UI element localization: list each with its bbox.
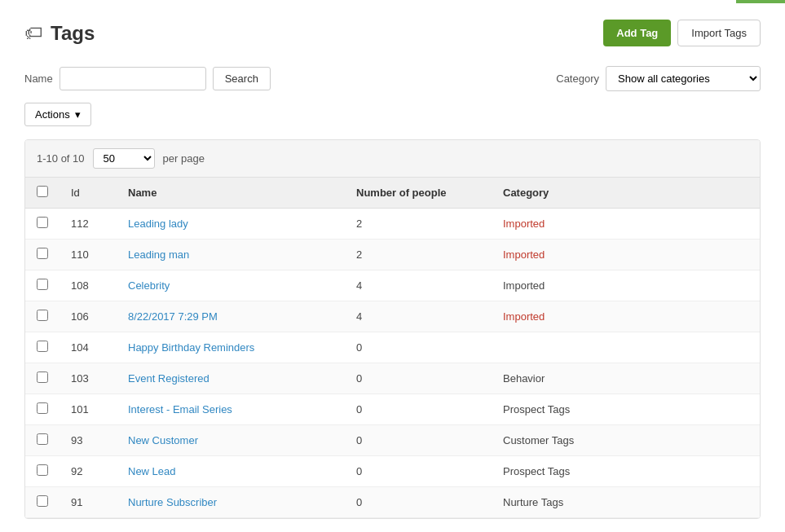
header-checkbox-col	[25, 178, 60, 209]
row-category: Imported	[492, 240, 760, 270]
table-row: 108Celebrity4Imported	[25, 270, 760, 301]
row-checkbox[interactable]	[37, 217, 48, 228]
per-page-label: per page	[163, 152, 205, 165]
row-checkbox[interactable]	[37, 464, 48, 476]
header-number-of-people: Number of people	[345, 178, 492, 209]
add-tag-button[interactable]: Add Tag	[603, 20, 671, 46]
row-id: 101	[60, 394, 117, 425]
pagination-row: 1-10 of 10 50 25 100 per page	[25, 140, 760, 178]
row-id: 104	[60, 332, 117, 363]
table-row: 104Happy Birthday Reminders0	[25, 332, 760, 363]
table-row: 112Leading lady2Imported	[25, 209, 760, 240]
pagination-info: 1-10 of 10	[37, 152, 85, 165]
row-checkbox[interactable]	[37, 495, 48, 507]
actions-row: Actions ▾	[24, 103, 761, 126]
header-id: Id	[60, 178, 117, 209]
page-title: Tags	[51, 22, 95, 45]
page-container: 🏷 Tags Add Tag Import Tags Name Search C…	[0, 3, 785, 532]
row-category: Nurture Tags	[492, 487, 760, 518]
import-tags-button[interactable]: Import Tags	[677, 20, 761, 46]
row-category: Imported	[492, 270, 760, 301]
row-people-count: 2	[345, 240, 492, 270]
row-id: 106	[60, 301, 117, 332]
row-people-count: 0	[345, 456, 492, 487]
table-row: 101Interest - Email Series0Prospect Tags	[25, 394, 760, 425]
row-category: Customer Tags	[492, 425, 760, 456]
row-id: 112	[60, 209, 117, 240]
row-people-count: 4	[345, 301, 492, 332]
row-checkbox[interactable]	[37, 341, 48, 352]
row-people-count: 0	[345, 487, 492, 518]
row-people-count: 4	[345, 270, 492, 301]
row-id: 91	[60, 487, 117, 518]
row-name-link[interactable]: Nurture Subscriber	[128, 496, 217, 508]
row-checkbox[interactable]	[37, 402, 48, 414]
row-category: Imported	[492, 209, 760, 240]
row-name-link[interactable]: Happy Birthday Reminders	[128, 341, 254, 354]
row-name-link[interactable]: Celebrity	[128, 279, 170, 292]
row-category: Prospect Tags	[492, 456, 760, 487]
header-name: Name	[117, 178, 345, 209]
row-category: Behavior	[492, 363, 760, 394]
row-name-link[interactable]: Leading lady	[128, 218, 188, 230]
row-id: 110	[60, 240, 117, 270]
table-row: 1068/22/2017 7:29 PM4Imported	[25, 301, 760, 332]
tag-icon: 🏷	[24, 23, 42, 44]
filter-row: Name Search Category Show all categories…	[24, 66, 761, 91]
row-id: 93	[60, 425, 117, 456]
row-people-count: 0	[345, 363, 492, 394]
row-people-count: 0	[345, 394, 492, 425]
name-label: Name	[24, 73, 53, 85]
per-page-select[interactable]: 50 25 100	[93, 148, 155, 169]
row-checkbox[interactable]	[37, 310, 48, 321]
category-label: Category	[556, 73, 599, 85]
row-people-count: 0	[345, 425, 492, 456]
row-id: 108	[60, 270, 117, 301]
row-checkbox[interactable]	[37, 372, 48, 383]
row-name-link[interactable]: Leading man	[128, 248, 189, 261]
header-category: Category	[492, 178, 760, 209]
actions-label: Actions	[35, 108, 70, 121]
row-checkbox[interactable]	[37, 433, 48, 445]
row-name-link[interactable]: 8/22/2017 7:29 PM	[128, 310, 218, 323]
row-id: 92	[60, 456, 117, 487]
table-row: 110Leading man2Imported	[25, 240, 760, 270]
table-row: 93New Customer0Customer Tags	[25, 425, 760, 456]
row-checkbox[interactable]	[37, 248, 48, 259]
page-header: 🏷 Tags Add Tag Import Tags	[24, 20, 761, 46]
table-row: 103Event Registered0Behavior	[25, 363, 760, 394]
actions-button[interactable]: Actions ▾	[24, 103, 91, 126]
filter-left: Name Search	[24, 67, 271, 90]
row-category: Imported	[492, 301, 760, 332]
row-name-link[interactable]: New Customer	[128, 434, 198, 446]
row-category	[492, 332, 760, 363]
row-name-link[interactable]: Event Registered	[128, 372, 209, 385]
header-buttons: Add Tag Import Tags	[603, 20, 761, 46]
filter-right: Category Show all categories Imported Be…	[556, 66, 761, 91]
search-button[interactable]: Search	[213, 67, 271, 90]
row-category: Prospect Tags	[492, 394, 760, 425]
select-all-checkbox[interactable]	[37, 186, 48, 197]
row-people-count: 0	[345, 332, 492, 363]
table-row: 92New Lead0Prospect Tags	[25, 456, 760, 487]
table-header-row: Id Name Number of people Category	[25, 178, 760, 209]
actions-chevron: ▾	[75, 108, 81, 121]
row-id: 103	[60, 363, 117, 394]
row-name-link[interactable]: Interest - Email Series	[128, 403, 232, 415]
row-name-link[interactable]: New Lead	[128, 465, 176, 477]
table-row: 91Nurture Subscriber0Nurture Tags	[25, 487, 760, 518]
tags-table: Id Name Number of people Category 112Lea…	[25, 178, 760, 518]
name-input[interactable]	[60, 67, 206, 90]
category-select[interactable]: Show all categories Imported Behavior Pr…	[606, 66, 761, 91]
row-checkbox[interactable]	[37, 279, 48, 290]
table-wrapper: 1-10 of 10 50 25 100 per page Id Name Nu…	[24, 139, 761, 519]
page-title-group: 🏷 Tags	[24, 22, 95, 45]
row-people-count: 2	[345, 209, 492, 240]
